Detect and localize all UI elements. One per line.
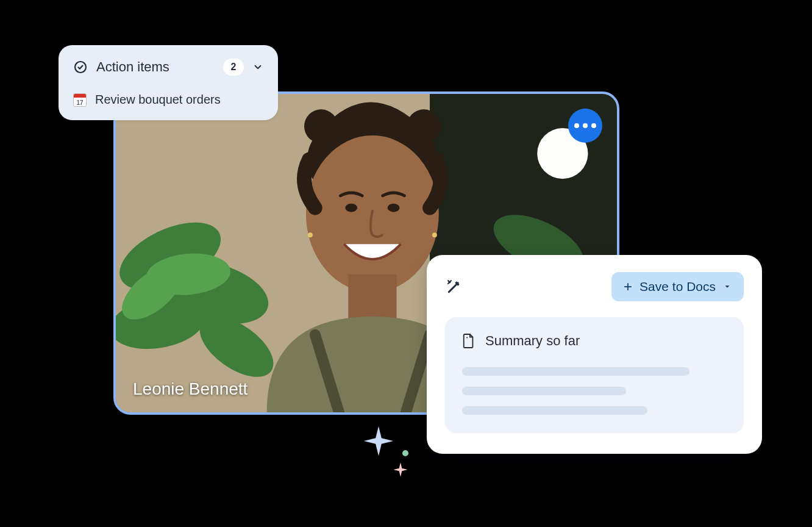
action-item-label: Review bouquet orders — [95, 93, 221, 107]
chevron-down-icon — [252, 62, 263, 73]
summary-body: Summary so far — [445, 317, 744, 433]
sparkle-icon — [361, 423, 396, 459]
plus-icon: + — [624, 279, 632, 294]
svg-point-19 — [432, 232, 437, 237]
expand-action-items-button[interactable] — [252, 62, 263, 73]
svg-point-13 — [407, 109, 440, 143]
summary-card: + Save to Docs Summary so far — [427, 255, 762, 454]
participant-name: Leonie Bennett — [133, 379, 248, 399]
document-icon — [462, 333, 475, 349]
calendar-icon: 17 — [73, 93, 87, 107]
sparkle-icon — [392, 461, 409, 478]
svg-point-12 — [304, 109, 338, 143]
action-items-header[interactable]: Action items 2 — [73, 59, 263, 76]
save-to-docs-label: Save to Docs — [639, 279, 716, 294]
check-circle-icon — [73, 60, 88, 74]
action-items-title: Action items — [96, 59, 169, 75]
svg-rect-15 — [348, 274, 396, 323]
magic-wand-icon — [445, 278, 463, 296]
sparkle-dot-icon — [402, 450, 408, 456]
more-icon — [574, 123, 579, 128]
svg-point-18 — [308, 232, 313, 237]
action-items-count-badge: 2 — [223, 59, 244, 76]
svg-point-21 — [466, 337, 468, 338]
summary-section-title: Summary so far — [485, 333, 580, 349]
action-item-row[interactable]: 17 Review bouquet orders — [73, 93, 263, 107]
svg-point-17 — [388, 204, 400, 212]
caret-down-icon — [723, 282, 732, 291]
more-options-button[interactable] — [568, 109, 602, 143]
save-to-docs-button[interactable]: + Save to Docs — [611, 272, 744, 301]
summary-placeholder-line — [462, 387, 626, 395]
summary-placeholder-line — [462, 367, 689, 376]
svg-point-16 — [345, 204, 357, 212]
summary-placeholder-line — [462, 406, 647, 415]
action-items-card: Action items 2 17 Review bouquet orders — [59, 45, 278, 120]
